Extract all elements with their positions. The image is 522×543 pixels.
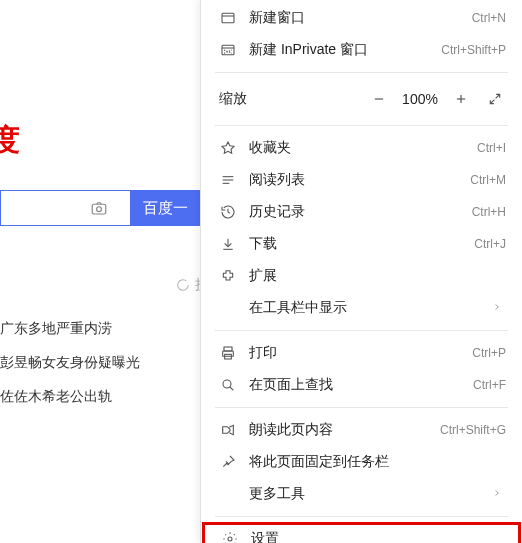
shortcut: Ctrl+M xyxy=(470,173,506,187)
svg-rect-4 xyxy=(222,45,234,54)
search-button[interactable]: 百度一 xyxy=(130,190,200,226)
menu-new-window[interactable]: 新建窗口 Ctrl+N xyxy=(201,2,522,34)
svg-line-11 xyxy=(490,100,494,104)
history-icon xyxy=(219,203,237,221)
menu-downloads[interactable]: 下载 Ctrl+J xyxy=(201,228,522,260)
window-icon xyxy=(219,9,237,27)
svg-marker-13 xyxy=(222,142,234,153)
zoom-value: 100% xyxy=(398,91,442,107)
menu-label: 更多工具 xyxy=(249,485,492,503)
menu-read-aloud[interactable]: 朗读此页内容 Ctrl+Shift+G xyxy=(201,414,522,446)
menu-label: 新建 InPrivate 窗口 xyxy=(249,41,441,59)
zoom-controls: 100% xyxy=(364,84,510,114)
menu-label: 收藏夹 xyxy=(249,139,477,157)
star-icon xyxy=(219,139,237,157)
menu-label: 朗读此页内容 xyxy=(249,421,440,439)
menu-history[interactable]: 历史记录 Ctrl+H xyxy=(201,196,522,228)
menu-separator xyxy=(215,407,508,408)
site-logo: 度 xyxy=(0,120,20,161)
menu-show-in-toolbar[interactable]: 在工具栏中显示 xyxy=(201,292,522,324)
news-list: 广东多地严重内涝 彭昱畅女友身份疑曝光 佐佐木希老公出轨 xyxy=(0,312,200,414)
svg-line-23 xyxy=(230,387,233,390)
shortcut: Ctrl+F xyxy=(473,378,506,392)
menu-separator xyxy=(215,516,508,517)
menu-extensions[interactable]: 扩展 xyxy=(201,260,522,292)
print-icon xyxy=(219,344,237,362)
svg-rect-2 xyxy=(222,13,234,22)
menu-favorites[interactable]: 收藏夹 Ctrl+I xyxy=(201,132,522,164)
menu-label: 扩展 xyxy=(249,267,506,285)
news-item[interactable]: 彭昱畅女友身份疑曝光 xyxy=(0,346,200,380)
shortcut: Ctrl+I xyxy=(477,141,506,155)
menu-label: 设置 xyxy=(251,530,504,543)
search-button-label: 百度一 xyxy=(143,199,188,218)
search-bar: 百度一 xyxy=(0,190,200,226)
svg-point-22 xyxy=(223,380,231,388)
read-aloud-icon xyxy=(219,421,237,439)
shortcut: Ctrl+P xyxy=(472,346,506,360)
menu-zoom: 缩放 100% xyxy=(201,79,522,119)
news-item[interactable]: 广东多地严重内涝 xyxy=(0,312,200,346)
chevron-right-icon xyxy=(492,301,506,315)
shortcut: Ctrl+N xyxy=(472,11,506,25)
menu-separator xyxy=(215,125,508,126)
extensions-icon xyxy=(219,267,237,285)
shortcut: Ctrl+H xyxy=(472,205,506,219)
download-icon xyxy=(219,235,237,253)
svg-point-24 xyxy=(228,537,232,541)
menu-label: 在页面上查找 xyxy=(249,376,473,394)
svg-point-1 xyxy=(97,207,102,212)
svg-rect-0 xyxy=(92,204,106,214)
shortcut: Ctrl+Shift+P xyxy=(441,43,506,57)
camera-icon[interactable] xyxy=(90,199,108,217)
reading-list-icon xyxy=(219,171,237,189)
menu-label: 下载 xyxy=(249,235,474,253)
page-background: 度 百度一 拼 广东多地严重内涝 彭昱畅女友身份疑曝光 佐佐木希老公出轨 xyxy=(0,0,200,543)
zoom-label: 缩放 xyxy=(219,90,364,108)
menu-label: 阅读列表 xyxy=(249,171,470,189)
menu-label: 打印 xyxy=(249,344,472,362)
menu-reading-list[interactable]: 阅读列表 Ctrl+M xyxy=(201,164,522,196)
menu-settings[interactable]: 设置 xyxy=(203,523,520,543)
menu-find[interactable]: 在页面上查找 Ctrl+F xyxy=(201,369,522,401)
gear-icon xyxy=(221,530,239,543)
menu-label: 将此页面固定到任务栏 xyxy=(249,453,506,471)
news-item[interactable]: 佐佐木希老公出轨 xyxy=(0,380,200,414)
pin-icon xyxy=(219,453,237,471)
zoom-in-button[interactable] xyxy=(446,84,476,114)
menu-label: 在工具栏中显示 xyxy=(249,299,492,317)
menu-separator xyxy=(215,72,508,73)
svg-line-12 xyxy=(496,94,500,98)
menu-pin-taskbar[interactable]: 将此页面固定到任务栏 xyxy=(201,446,522,478)
menu-label: 历史记录 xyxy=(249,203,472,221)
shortcut: Ctrl+Shift+G xyxy=(440,423,506,437)
search-icon xyxy=(219,376,237,394)
menu-label: 新建窗口 xyxy=(249,9,472,27)
menu-separator xyxy=(215,330,508,331)
fullscreen-button[interactable] xyxy=(480,84,510,114)
menu-new-inprivate[interactable]: 新建 InPrivate 窗口 Ctrl+Shift+P xyxy=(201,34,522,66)
search-input[interactable] xyxy=(0,190,130,226)
shortcut: Ctrl+J xyxy=(474,237,506,251)
menu-print[interactable]: 打印 Ctrl+P xyxy=(201,337,522,369)
app-menu: 新建窗口 Ctrl+N 新建 InPrivate 窗口 Ctrl+Shift+P… xyxy=(200,0,522,543)
zoom-out-button[interactable] xyxy=(364,84,394,114)
chevron-right-icon xyxy=(492,487,506,501)
inprivate-icon xyxy=(219,41,237,59)
menu-more-tools[interactable]: 更多工具 xyxy=(201,478,522,510)
svg-rect-19 xyxy=(224,347,232,351)
